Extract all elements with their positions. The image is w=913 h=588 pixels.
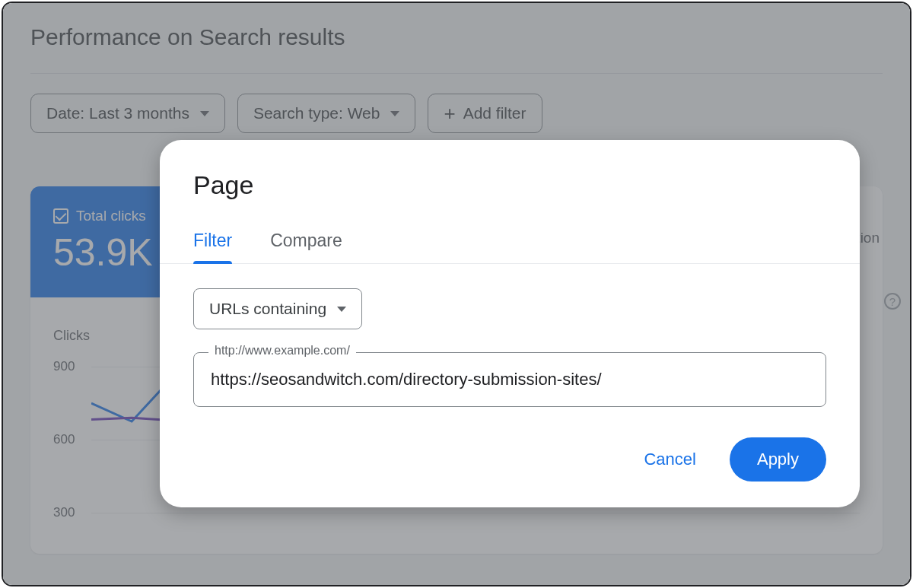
tab-compare[interactable]: Compare	[270, 230, 342, 263]
page-filter-dialog: Page Filter Compare URLs containing http…	[160, 140, 860, 507]
url-input-floating-label: http://www.example.com/	[208, 344, 356, 358]
dialog-actions: Cancel Apply	[193, 437, 826, 482]
chevron-down-icon	[337, 307, 346, 312]
url-match-select[interactable]: URLs containing	[193, 288, 362, 329]
dialog-tabs: Filter Compare	[160, 230, 860, 264]
dialog-title: Page	[193, 170, 826, 200]
cancel-button[interactable]: Cancel	[633, 442, 706, 477]
tab-filter[interactable]: Filter	[193, 230, 232, 263]
url-input[interactable]	[193, 352, 826, 407]
url-match-select-label: URLs containing	[209, 300, 326, 318]
apply-button[interactable]: Apply	[730, 437, 826, 482]
url-input-wrap: http://www.example.com/	[193, 352, 826, 407]
